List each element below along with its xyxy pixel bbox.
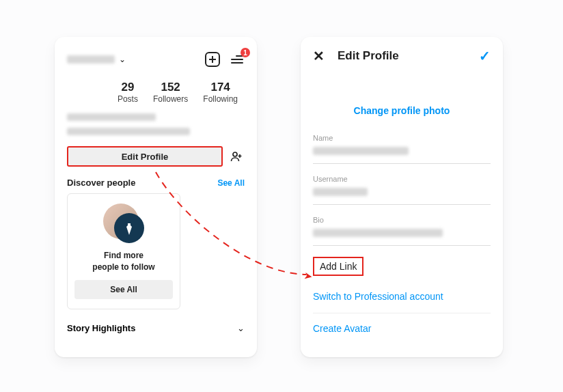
field-label: Bio — [313, 216, 491, 224]
field-label: Name — [313, 134, 491, 142]
chevron-down-icon: ⌄ — [119, 55, 126, 64]
discover-people-icon[interactable] — [228, 148, 245, 165]
top-bar: ⌄ 1 — [67, 48, 245, 71]
stat-followers[interactable]: 152 Followers — [153, 81, 188, 104]
stat-following[interactable]: 174 Following — [203, 81, 238, 104]
stat-label: Following — [203, 94, 238, 104]
add-post-icon[interactable] — [205, 52, 220, 67]
page-title: Edit Profile — [328, 49, 479, 63]
confirm-icon[interactable]: ✓ — [479, 48, 491, 64]
close-icon[interactable]: ✕ — [313, 48, 328, 64]
stat-label: Posts — [118, 94, 138, 104]
discover-card: Find more people to follow See All — [67, 193, 180, 309]
discover-title: Discover people — [67, 178, 135, 188]
chevron-down-icon: ⌄ — [237, 323, 245, 333]
edit-header: ✕ Edit Profile ✓ — [313, 48, 491, 64]
username-blurred — [67, 55, 115, 64]
display-name-blurred — [67, 113, 156, 121]
profile-screen: ⌄ 1 29 Posts 152 Followers 174 Following… — [55, 37, 257, 357]
username-value-blurred — [313, 188, 368, 196]
username-field[interactable]: Username — [313, 171, 491, 205]
avatar-stack — [103, 202, 144, 243]
add-link-button[interactable]: Add Link — [313, 257, 363, 276]
see-all-button[interactable]: See All — [74, 280, 173, 299]
story-title: Story Highlights — [67, 323, 135, 333]
stat-posts[interactable]: 29 Posts — [118, 81, 138, 104]
stat-value: 152 — [153, 81, 188, 94]
username-dropdown[interactable]: ⌄ — [67, 55, 126, 64]
menu-icon — [231, 55, 243, 64]
change-photo-link[interactable]: Change profile photo — [313, 105, 491, 116]
avatar-icon — [114, 213, 144, 243]
create-avatar-link[interactable]: Create Avatar — [313, 313, 491, 344]
story-highlights-row[interactable]: Story Highlights ⌄ — [67, 323, 245, 333]
stats-row: 29 Posts 152 Followers 174 Following — [67, 81, 245, 104]
svg-point-0 — [233, 152, 237, 156]
stat-value: 174 — [203, 81, 238, 94]
name-field[interactable]: Name — [313, 130, 491, 164]
stat-value: 29 — [118, 81, 138, 94]
bio-blurred — [67, 128, 190, 135]
field-label: Username — [313, 175, 491, 183]
discover-section: Discover people See All Find more people… — [67, 178, 245, 309]
edit-profile-button[interactable]: Edit Profile — [67, 146, 223, 167]
notification-badge: 1 — [241, 48, 250, 57]
card-text: Find more people to follow — [92, 250, 154, 273]
stat-label: Followers — [153, 94, 188, 104]
bio-field[interactable]: Bio — [313, 212, 491, 246]
see-all-link[interactable]: See All — [217, 178, 245, 188]
edit-profile-label: Edit Profile — [122, 152, 169, 162]
edit-profile-screen: ✕ Edit Profile ✓ Change profile photo Na… — [301, 37, 503, 357]
top-icons: 1 — [205, 52, 245, 67]
bio-value-blurred — [313, 229, 443, 237]
menu-button[interactable]: 1 — [230, 52, 245, 67]
name-value-blurred — [313, 147, 409, 155]
switch-professional-link[interactable]: Switch to Professional account — [313, 285, 491, 313]
